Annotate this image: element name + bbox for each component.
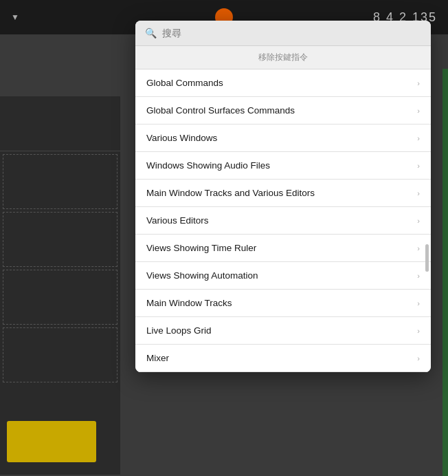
menu-item-windows-audio-files[interactable]: Windows Showing Audio Files› — [135, 152, 431, 180]
menu-item-main-window-tracks[interactable]: Main Window Tracks and Various Editors› — [135, 180, 431, 207]
menu-item-main-window-tracks-2[interactable]: Main Window Tracks› — [135, 290, 431, 317]
menu-item-label-various-editors: Various Editors — [146, 215, 209, 226]
green-strip — [443, 69, 448, 476]
scrollbar-thumb[interactable] — [425, 244, 429, 272]
menu-item-chevron-global-control-surfaces: › — [417, 107, 420, 115]
track-row-1 — [0, 96, 120, 151]
dropdown-panel: 🔍 移除按鍵指令 Global Commands›Global Control … — [135, 21, 431, 372]
dropdown-arrow-icon[interactable]: ▼ — [11, 12, 19, 22]
menu-item-chevron-main-window-tracks: › — [417, 189, 420, 197]
menu-item-views-automation[interactable]: Views Showing Automation› — [135, 262, 431, 290]
section-header: 移除按鍵指令 — [135, 46, 431, 69]
menu-item-chevron-various-editors: › — [417, 217, 420, 225]
menu-item-global-commands[interactable]: Global Commands› — [135, 69, 431, 97]
track-row-dashed-2 — [3, 212, 117, 267]
search-bar: 🔍 — [135, 21, 431, 46]
menu-item-views-time-ruler[interactable]: Views Showing Time Ruler› — [135, 235, 431, 262]
menu-item-label-global-commands: Global Commands — [146, 78, 223, 88]
scrollbar-track[interactable] — [425, 52, 429, 372]
menu-item-chevron-mixer: › — [417, 354, 420, 363]
menu-item-various-windows[interactable]: Various Windows› — [135, 125, 431, 152]
menu-item-label-various-windows: Various Windows — [146, 133, 217, 143]
track-row-dashed-1 — [3, 154, 117, 209]
menu-item-label-main-window-tracks: Main Window Tracks and Various Editors — [146, 188, 315, 198]
menu-items-container: Global Commands›Global Control Surfaces … — [135, 69, 431, 372]
yellow-block — [7, 421, 96, 462]
menu-item-label-main-window-tracks-2: Main Window Tracks — [146, 298, 232, 308]
search-input[interactable] — [162, 28, 421, 39]
menu-item-label-windows-audio-files: Windows Showing Audio Files — [146, 160, 270, 171]
menu-item-chevron-main-window-tracks-2: › — [417, 299, 420, 307]
menu-item-mixer[interactable]: Mixer› — [135, 345, 431, 372]
menu-item-chevron-global-commands: › — [417, 79, 420, 87]
menu-item-global-control-surfaces[interactable]: Global Control Surfaces Commands› — [135, 97, 431, 125]
track-row-dashed-3 — [3, 270, 117, 325]
menu-item-chevron-views-time-ruler: › — [417, 244, 420, 252]
menu-item-label-live-loops-grid: Live Loops Grid — [146, 325, 212, 336]
top-bar-left: ▼ — [11, 12, 19, 22]
menu-item-various-editors[interactable]: Various Editors› — [135, 207, 431, 235]
menu-item-label-views-automation: Views Showing Automation — [146, 270, 258, 281]
search-icon: 🔍 — [145, 28, 157, 39]
menu-item-label-mixer: Mixer — [146, 353, 169, 363]
menu-item-chevron-various-windows: › — [417, 134, 420, 142]
track-area — [0, 96, 120, 475]
menu-item-chevron-views-automation: › — [417, 272, 420, 280]
menu-item-live-loops-grid[interactable]: Live Loops Grid› — [135, 317, 431, 345]
menu-item-chevron-live-loops-grid: › — [417, 327, 420, 335]
menu-item-label-global-control-surfaces: Global Control Surfaces Commands — [146, 105, 295, 116]
track-row-dashed-4 — [3, 327, 117, 382]
menu-item-label-views-time-ruler: Views Showing Time Ruler — [146, 243, 256, 253]
menu-item-chevron-windows-audio-files: › — [417, 162, 420, 170]
